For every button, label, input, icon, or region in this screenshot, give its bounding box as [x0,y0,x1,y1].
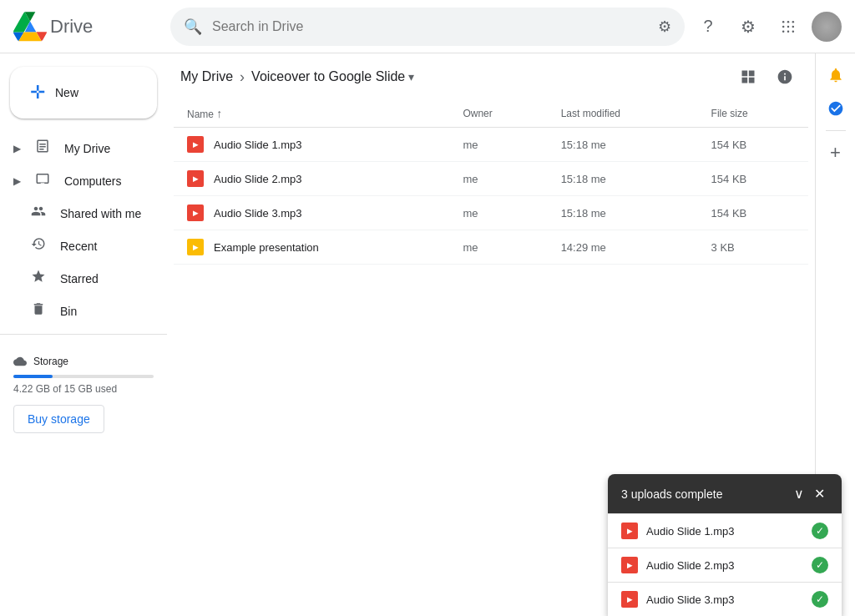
file-owner: me [449,162,547,196]
upload-item-left: ▶ Audio Slide 1.mp3 [621,523,735,539]
my-drive-icon [34,139,51,158]
table-row[interactable]: ▶ Audio Slide 3.mp3 me 15:18 me 154 KB [174,196,808,230]
file-modified: 15:18 me [548,128,698,162]
shared-icon [30,204,47,223]
storage-bar-fill [13,375,53,378]
svg-point-5 [792,25,795,28]
search-bar[interactable]: 🔍 ⚙ [170,8,685,46]
upload-complete-icon: ✓ [812,523,828,539]
svg-point-8 [792,30,795,33]
file-name: Audio Slide 1.mp3 [214,139,302,151]
sidebar-item-computers-label: Computers [64,174,121,188]
file-name-cell: ▶ Audio Slide 3.mp3 [174,196,449,230]
file-size: 3 KB [698,230,808,265]
file-owner: me [449,196,547,230]
file-owner: me [449,230,547,265]
sidebar-item-starred-label: Starred [60,272,99,285]
breadcrumb-current-label: Voiceover to Google Slide [251,69,405,84]
add-button[interactable]: + [821,138,851,168]
apps-button[interactable] [772,10,805,43]
sidebar-item-computers[interactable]: ▶ Computers [0,164,154,197]
cloud-icon [13,355,27,368]
tune-icon[interactable]: ⚙ [658,18,671,36]
upload-collapse-button[interactable]: ∨ [791,484,807,503]
svg-point-6 [782,30,785,33]
col-name[interactable]: Name ↑ [174,100,449,128]
info-icon [777,68,793,85]
expand-icon: ▶ [13,143,21,154]
col-modified: Last modified [548,100,698,128]
storage-bar-bg [13,375,154,378]
breadcrumb-dropdown-icon: ▾ [408,70,414,83]
sidebar-item-shared-label: Shared with me [60,207,141,220]
sidebar-item-bin[interactable]: Bin [0,295,154,327]
grid-view-icon [740,68,756,85]
table-row[interactable]: ▶ Audio Slide 1.mp3 me 15:18 me 154 KB [174,128,808,162]
grid-view-button[interactable] [731,60,765,93]
sidebar-item-starred[interactable]: Starred [0,262,154,295]
file-table-header: Name ↑ Owner Last modified File size [174,100,808,128]
mp3-icon: ▶ [187,136,204,153]
notification-icon [827,67,844,83]
starred-icon [30,269,47,288]
sidebar-item-shared[interactable]: Shared with me [0,197,154,230]
right-panel-divider [826,130,846,131]
new-button[interactable]: ✛ New [10,67,157,119]
new-label: New [55,86,78,99]
svg-point-4 [787,25,790,28]
sidebar-item-my-drive[interactable]: ▶ My Drive [0,132,154,164]
upload-complete-icon: ✓ [812,591,828,608]
drive-logo-icon [13,10,47,43]
computers-icon [34,171,51,190]
upload-file-icon: ▶ [621,591,638,608]
breadcrumb-current[interactable]: Voiceover to Google Slide ▾ [251,69,414,84]
info-button[interactable] [768,60,802,93]
upload-actions: ∨ ✕ [791,484,828,503]
help-button[interactable]: ? [691,10,725,43]
breadcrumb-parent[interactable]: My Drive [180,69,233,84]
upload-item-name: Audio Slide 1.mp3 [646,525,735,538]
yellow-notification-button[interactable] [821,60,851,90]
storage-section: Storage 4.22 GB of 15 GB used Buy storag… [0,341,167,447]
recent-icon [30,236,47,255]
file-modified: 15:18 me [548,162,698,196]
upload-notification: 3 uploads complete ∨ ✕ ▶ Audio Slide 1.m… [608,474,842,616]
storage-label: Storage [13,355,154,368]
col-owner: Owner [449,100,547,128]
svg-point-7 [787,30,790,33]
file-name-cell: ▶ Example presentation [174,230,449,265]
file-table: Name ↑ Owner Last modified File size ▶ A… [174,100,808,265]
blue-tasks-button[interactable] [821,93,851,124]
avatar[interactable] [812,12,842,42]
breadcrumb: My Drive › Voiceover to Google Slide ▾ [180,68,414,86]
tasks-icon [827,100,844,117]
upload-file-icon: ▶ [621,557,638,573]
header-right: ? ⚙ [691,10,842,43]
sidebar-item-recent-label: Recent [60,240,97,253]
col-size: File size [698,100,808,128]
sidebar-item-my-drive-label: My Drive [64,142,110,155]
breadcrumb-actions [731,60,802,93]
logo-area: Drive [13,10,164,43]
file-size: 154 KB [698,128,808,162]
file-modified: 14:29 me [548,230,698,265]
table-row[interactable]: ▶ Example presentation me 14:29 me 3 KB [174,230,808,265]
file-size: 154 KB [698,162,808,196]
sidebar-item-recent[interactable]: Recent [0,230,154,262]
slides-icon: ▶ [187,239,204,255]
breadcrumb-separator: › [240,68,245,86]
buy-storage-button[interactable]: Buy storage [13,405,104,433]
table-row[interactable]: ▶ Audio Slide 2.mp3 me 15:18 me 154 KB [174,162,808,196]
upload-complete-icon: ✓ [812,557,828,573]
file-name: Audio Slide 3.mp3 [214,207,302,220]
sidebar-item-bin-label: Bin [60,305,77,318]
header: Drive 🔍 ⚙ ? ⚙ [0,0,855,53]
grid-dots-icon [780,18,797,35]
upload-close-button[interactable]: ✕ [811,484,828,503]
settings-button[interactable]: ⚙ [731,10,765,43]
expand-icon-computers: ▶ [13,175,21,187]
search-input[interactable] [212,19,648,34]
svg-point-1 [787,20,790,23]
svg-point-3 [782,25,785,28]
breadcrumb-bar: My Drive › Voiceover to Google Slide ▾ [167,53,815,100]
